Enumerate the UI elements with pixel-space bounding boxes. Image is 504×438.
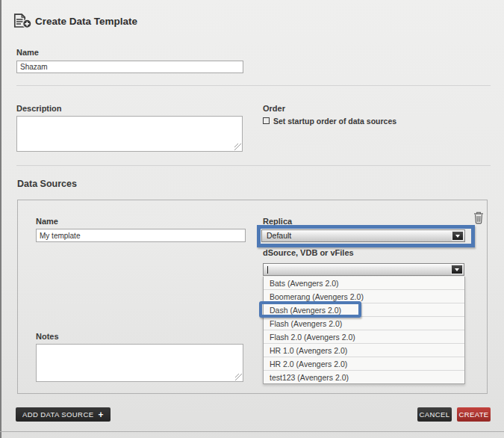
option-flash-2[interactable]: Flash 2.0 (Avengers 2.0) (264, 330, 464, 344)
plus-icon: + (98, 410, 103, 419)
replica-annotation-highlight: Default (257, 225, 475, 247)
data-source-card: Name Replica Default dSource, VDB or vFi… (17, 200, 488, 394)
source-name-input[interactable] (36, 229, 246, 242)
option-flash[interactable]: Flash (Avengers 2.0) (264, 317, 464, 330)
dsource-combobox[interactable] (263, 263, 464, 276)
page-title: Create Data Template (35, 16, 137, 27)
text-cursor (267, 266, 268, 274)
order-label: Order (263, 104, 285, 113)
name-label: Name (16, 48, 39, 57)
source-name-label: Name (36, 217, 58, 226)
option-bats[interactable]: Bats (Avengers 2.0) (264, 277, 464, 290)
notes-label: Notes (36, 332, 59, 341)
description-textarea[interactable] (16, 116, 243, 152)
option-dash[interactable]: Dash (Avengers 2.0) (264, 303, 464, 317)
option-boomerang[interactable]: Boomerang (Avengers 2.0) (264, 290, 464, 303)
dialog-bottom-edge (0, 431, 504, 432)
caret-down-icon[interactable] (452, 231, 464, 241)
replica-selected-value: Default (267, 231, 291, 240)
trash-icon[interactable] (473, 212, 484, 227)
document-add-icon (13, 13, 32, 32)
divider (16, 85, 491, 86)
cancel-button[interactable]: CANCEL (417, 407, 452, 422)
data-sources-heading: Data Sources (17, 179, 77, 189)
description-label: Description (16, 104, 62, 113)
name-input[interactable] (16, 61, 243, 73)
replica-select[interactable]: Default (261, 229, 465, 242)
add-data-source-label: ADD DATA SOURCE (22, 410, 93, 419)
dsource-option-list: Bats (Avengers 2.0) Boomerang (Avengers … (263, 277, 465, 384)
divider (16, 165, 491, 166)
option-hr-2[interactable]: HR 2.0 (Avengers 2.0) (264, 357, 464, 371)
startup-order-checkbox-label: Set startup order of data sources (273, 117, 396, 126)
option-hr-1[interactable]: HR 1.0 (Avengers 2.0) (264, 344, 464, 357)
dialog-left-edge (0, 0, 1, 438)
dsource-label: dSource, VDB or vFiles (263, 248, 354, 257)
option-test123[interactable]: test123 (Avengers 2.0) (264, 371, 464, 383)
startup-order-checkbox[interactable] (263, 117, 270, 124)
caret-down-icon[interactable] (451, 265, 463, 274)
add-data-source-button[interactable]: ADD DATA SOURCE + (16, 407, 111, 422)
create-button[interactable]: CREATE (457, 407, 491, 422)
notes-textarea[interactable] (36, 344, 243, 382)
create-data-template-dialog: Create Data Template Name Description Or… (0, 0, 504, 438)
